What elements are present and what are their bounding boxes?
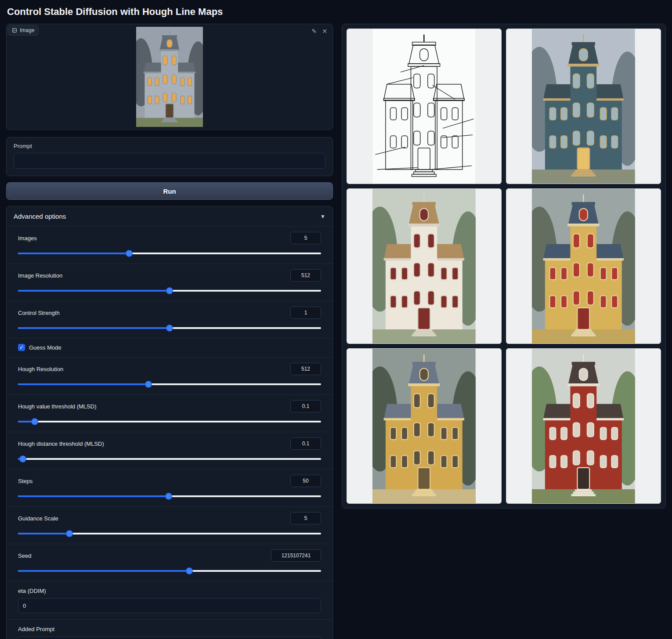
steps-slider-fill <box>18 495 169 497</box>
hough-value-threshold-slider-handle[interactable] <box>32 419 38 425</box>
slider-row-control-strength: Control Strength <box>7 301 332 338</box>
gallery-item-red-brick-victorian-painting[interactable] <box>506 348 661 504</box>
seed-slider-handle[interactable] <box>186 568 192 574</box>
slider-row-hough-value-threshold: Hough value threshold (MLSD) <box>7 394 332 432</box>
image-resolution-slider[interactable] <box>18 287 321 295</box>
input-image[interactable] <box>136 26 203 128</box>
seed-slider[interactable] <box>18 567 321 575</box>
control-strength-label: Control Strength <box>18 310 60 316</box>
images-slider[interactable] <box>18 249 321 257</box>
guidance-scale-slider-fill <box>18 533 69 534</box>
image-icon <box>12 28 17 33</box>
prompt-panel: Prompt <box>6 137 333 176</box>
hough-resolution-slider-fill <box>18 383 148 385</box>
image-label-badge: Image <box>7 25 39 36</box>
guidance-scale-slider[interactable] <box>18 530 321 538</box>
seed-value-input[interactable] <box>271 549 321 562</box>
image-resolution-label: Image Resolution <box>18 272 62 279</box>
slider-row-guidance-scale: Guidance Scale <box>7 506 332 544</box>
hough-distance-threshold-slider-handle[interactable] <box>20 456 26 462</box>
hough-resolution-slider-track <box>18 383 321 385</box>
input-image-panel[interactable]: Image ✎ ✕ <box>6 24 333 130</box>
app-root: Control Stable Diffusion with Hough Line… <box>0 0 672 639</box>
hough-resolution-slider[interactable] <box>18 380 321 388</box>
eta-input[interactable] <box>18 598 321 613</box>
advanced-options-label: Advanced options <box>14 213 66 220</box>
guidance-scale-value-input[interactable] <box>290 512 321 524</box>
hough-resolution-value-input[interactable] <box>290 363 321 375</box>
control-strength-slider-handle[interactable] <box>166 325 173 331</box>
hough-distance-threshold-slider[interactable] <box>18 455 321 463</box>
control-strength-slider[interactable] <box>18 324 321 332</box>
steps-label: Steps <box>18 478 33 484</box>
images-slider-track <box>18 253 321 254</box>
seed-slider-fill <box>18 570 189 572</box>
steps-slider[interactable] <box>18 492 321 500</box>
slider-row-image-resolution: Image Resolution <box>7 264 332 301</box>
image-tools: ✎ ✕ <box>312 28 327 35</box>
right-column <box>342 24 666 509</box>
guidance-scale-label: Guidance Scale <box>18 515 58 522</box>
seed-label: Seed <box>18 552 31 559</box>
eta-label: eta (DDIM) <box>18 588 46 594</box>
page-title: Control Stable Diffusion with Hough Line… <box>7 6 666 18</box>
hough-value-threshold-value-input[interactable] <box>290 400 321 412</box>
control-strength-value-input[interactable] <box>290 307 321 319</box>
left-column: Image ✎ ✕ Pr <box>6 24 333 639</box>
gallery-grid <box>342 24 666 509</box>
steps-value-input[interactable] <box>290 475 321 487</box>
seed-slider-track <box>18 570 321 572</box>
run-button[interactable]: Run <box>6 182 333 200</box>
edit-image-icon[interactable]: ✎ <box>312 28 317 35</box>
images-label: Images <box>18 235 37 242</box>
gallery-item-teal-victorian-painting[interactable] <box>506 29 661 184</box>
hough-value-threshold-slider[interactable] <box>18 418 321 426</box>
gallery-item-hough-line-map[interactable] <box>347 29 502 184</box>
main-columns: Image ✎ ✕ Pr <box>6 24 666 639</box>
checkbox-row-guess-mode: ✓ Guess Mode <box>7 338 332 357</box>
hough-resolution-slider-handle[interactable] <box>145 381 152 387</box>
images-slider-handle[interactable] <box>126 250 132 256</box>
image-resolution-slider-fill <box>18 290 170 292</box>
slider-row-images: Images <box>7 226 332 264</box>
hough-value-threshold-slider-track <box>18 421 321 422</box>
chevron-down-icon[interactable]: ▼ <box>320 213 325 220</box>
advanced-options-header[interactable]: Advanced options ▼ <box>7 206 332 226</box>
hough-value-threshold-label: Hough value threshold (MLSD) <box>18 403 96 410</box>
gallery-item-yellow-blue-victorian-painting[interactable] <box>506 188 661 344</box>
guidance-scale-slider-handle[interactable] <box>66 531 72 537</box>
guess-mode-label: Guess Mode <box>29 344 61 351</box>
hough-distance-threshold-value-input[interactable] <box>290 437 321 450</box>
gallery-item-golden-victorian-painting[interactable] <box>347 348 502 504</box>
guidance-scale-slider-track <box>18 533 321 534</box>
prompt-label: Prompt <box>14 143 325 149</box>
added-prompt-row: Added Prompt <box>7 619 332 639</box>
advanced-controls: Images Image Resolution Contro <box>7 226 332 639</box>
added-prompt-label: Added Prompt <box>18 626 54 632</box>
clear-image-icon[interactable]: ✕ <box>322 28 327 35</box>
image-resolution-value-input[interactable] <box>290 269 321 282</box>
slider-row-hough-distance-threshold: Hough distance threshold (MLSD) <box>7 432 332 469</box>
guess-mode-checkbox[interactable]: ✓ <box>18 344 25 351</box>
prompt-input[interactable] <box>14 153 325 169</box>
eta-row: eta (DDIM) <box>7 581 332 619</box>
slider-row-seed: Seed <box>7 544 332 581</box>
advanced-options-panel: Advanced options ▼ Images Image Resoluti… <box>6 206 333 639</box>
control-strength-slider-fill <box>18 327 170 329</box>
images-value-input[interactable] <box>290 232 321 244</box>
image-resolution-slider-handle[interactable] <box>166 288 173 294</box>
image-label: Image <box>20 27 34 33</box>
steps-slider-handle[interactable] <box>166 493 172 499</box>
added-prompt-input[interactable] <box>18 636 321 639</box>
hough-distance-threshold-label: Hough distance threshold (MLSD) <box>18 440 104 447</box>
slider-row-steps: Steps <box>7 469 332 506</box>
hough-resolution-label: Hough Resolution <box>18 366 63 372</box>
hough-distance-threshold-slider-track <box>18 458 321 460</box>
gallery-item-white-victorian-painting[interactable] <box>347 188 502 344</box>
images-slider-fill <box>18 253 129 254</box>
slider-row-hough-resolution: Hough Resolution <box>7 357 332 394</box>
